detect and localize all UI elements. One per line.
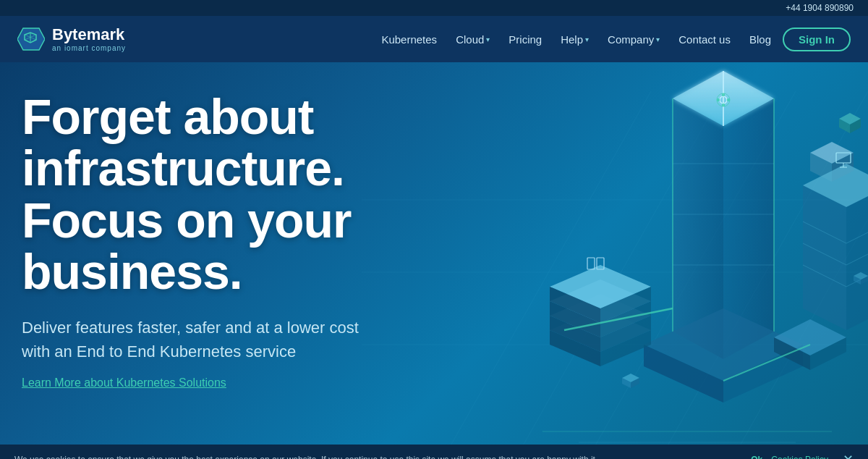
- svg-marker-54: [846, 185, 868, 330]
- help-chevron-icon: ▾: [585, 35, 589, 43]
- nav-cloud[interactable]: Cloud ▾: [448, 29, 497, 50]
- cloud-chevron-icon: ▾: [486, 35, 490, 43]
- logo-text: Bytemark an iomart company: [52, 26, 126, 51]
- nav-contact[interactable]: Contact us: [671, 29, 738, 50]
- hero-subtext: Deliver features faster, safer and at a …: [22, 316, 369, 363]
- cookie-policy-link[interactable]: Cookies Policy: [771, 455, 828, 459]
- svg-rect-32: [727, 98, 730, 101]
- svg-marker-53: [803, 185, 846, 330]
- logo[interactable]: Bytemark an iomart company: [17, 25, 126, 53]
- cookie-actions: Ok Cookies Policy ✕: [751, 452, 854, 459]
- hero-headline: Forget about infrastructure. Focus on yo…: [22, 91, 369, 298]
- company-chevron-icon: ▾: [656, 35, 660, 43]
- cookie-ok-button[interactable]: Ok: [751, 455, 762, 459]
- logo-sub: an iomart company: [52, 44, 126, 52]
- signin-button[interactable]: Sign In: [783, 28, 851, 51]
- hero-illustration: [362, 62, 868, 459]
- svg-rect-31: [717, 98, 720, 101]
- cookie-text: We use cookies to ensure that we give yo…: [14, 455, 739, 459]
- nav-kubernetes[interactable]: Kubernetes: [374, 29, 444, 50]
- svg-rect-30: [722, 104, 725, 106]
- nav-pricing[interactable]: Pricing: [501, 29, 549, 50]
- nav-company[interactable]: Company ▾: [600, 29, 667, 50]
- hero-content: Forget about infrastructure. Focus on yo…: [22, 91, 369, 389]
- svg-rect-48: [587, 258, 595, 269]
- nav-help[interactable]: Help ▾: [553, 29, 596, 50]
- top-bar: +44 1904 890890: [0, 0, 868, 16]
- cookie-bar: We use cookies to ensure that we give yo…: [0, 445, 868, 459]
- nav-blog[interactable]: Blog: [742, 29, 778, 50]
- phone-number: +44 1904 890890: [786, 3, 854, 13]
- svg-marker-0: [17, 28, 45, 50]
- svg-rect-29: [722, 93, 725, 96]
- hero-section: Forget about infrastructure. Focus on yo…: [0, 62, 868, 459]
- bytemark-logo-icon: [17, 25, 45, 53]
- cookie-close-button[interactable]: ✕: [843, 452, 854, 459]
- main-nav: Kubernetes Cloud ▾ Pricing Help ▾ Compan…: [374, 28, 851, 51]
- logo-name: Bytemark: [52, 26, 126, 43]
- hero-link[interactable]: Learn More about Kubernetes Solutions: [22, 376, 226, 389]
- header: Bytemark an iomart company Kubernetes Cl…: [0, 16, 868, 62]
